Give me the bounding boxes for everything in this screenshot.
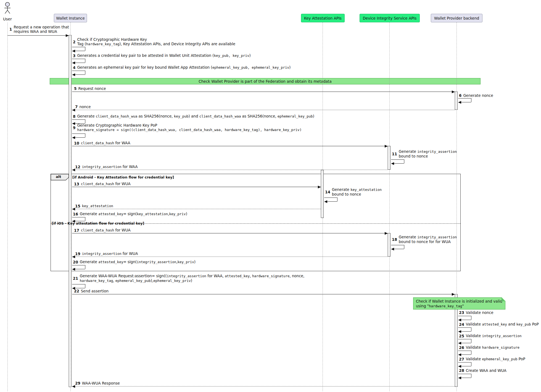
message-number: 8: [73, 114, 75, 119]
message-6-arrowhead: [458, 101, 461, 104]
message-14-loop-side: [337, 198, 337, 201]
message-10-text: 10client_data_hash for WAA: [74, 141, 130, 145]
message-16: 16Generate attested_key= sign(key_attest…: [0, 0, 541, 392]
message-24-loop-top: [458, 327, 471, 328]
message-28-text: 28Create WAA and WUA: [459, 368, 506, 373]
message-29-line: [72, 386, 455, 386]
message-number: 20: [73, 260, 78, 264]
message-label: WAA-WUA Response: [82, 381, 120, 385]
lifelines: [0, 0, 541, 392]
message-2-loop-side: [85, 47, 85, 51]
message-14-text: 14Generate key_attestationbound to nonce: [325, 187, 382, 196]
message-number: 15: [75, 204, 80, 208]
message-25-arrowhead: [458, 342, 461, 345]
message-18: 18Generate integrity_assertionbound to n…: [0, 0, 541, 392]
message-26-arrowhead: [458, 353, 461, 356]
message-label: Generate nonce: [463, 93, 493, 98]
wallet-validation-note: Check if Wallet Instance is initialized …: [413, 297, 505, 310]
message-28-loop-side: [471, 374, 471, 378]
participant-wallet-instance: Wallet Instance: [54, 14, 87, 22]
message-4-text: 4Generates an ephemeral key pair for key…: [73, 65, 291, 70]
participant-key-attestation-apis: Key Attestation APIs: [301, 14, 345, 22]
message-number: 22: [74, 289, 79, 293]
message-number: 23: [459, 310, 464, 315]
message-27-text: 27Validate ephemeral_key_pub PoP: [459, 357, 525, 361]
message-label: Create WAA and WUA: [466, 368, 506, 373]
participant-device-integrity-apis: Device Integrity Service APIs: [360, 14, 420, 22]
message-9-arrowhead: [72, 136, 75, 139]
message-11-loop-top: [391, 159, 404, 160]
message-13-line: [72, 187, 321, 187]
message-2-text: 2Check if Cryptographic Hardware KeyTag …: [73, 37, 235, 46]
message-27-loop-bottom: [461, 366, 471, 366]
message-23-loop-side: [471, 316, 471, 320]
message-label: Generate integrity_assertionbound to non…: [399, 235, 457, 244]
message-28-loop-bottom: [461, 378, 471, 378]
alt-frame-label: alt: [56, 175, 61, 179]
message-label: Send assertion: [81, 289, 109, 293]
message-7-line: [72, 110, 455, 110]
message-29-text: 29WAA-WUA Response: [75, 381, 120, 385]
message-7-text: 7nonce: [75, 105, 91, 109]
participant-wallet-provider-backend-label: Wallet Provider backend: [434, 16, 479, 20]
message-number: 28: [459, 368, 464, 373]
message-number: 1: [9, 27, 12, 31]
message-9-loop-side: [85, 134, 85, 137]
message-21-text: 21Generate WAA-WUA Request:assertion= si…: [73, 274, 304, 283]
message-14-arrowhead: [324, 200, 327, 203]
message-label: client_data_hash for WUA: [81, 228, 131, 233]
message-19-text: 19integrity_assertion for WUA: [75, 251, 138, 256]
alt-guard-android: [if Android - Key Attestation flow for c…: [72, 175, 174, 179]
message-number: 7: [75, 105, 78, 109]
message-label: Generate client_data_hash_wua as SHA256(…: [77, 114, 314, 119]
message-number: 16: [73, 212, 78, 216]
message-8-loop-bottom: [75, 123, 85, 124]
message-8-loop-side: [85, 119, 85, 123]
message-7: 7nonce: [0, 0, 541, 392]
message-4-loop-bottom: [75, 74, 85, 75]
message-number: 13: [74, 182, 79, 186]
message-27-loop-side: [471, 362, 471, 366]
message-number: 29: [75, 381, 80, 385]
message-13: 13client_data_hash for WUA: [0, 0, 541, 392]
message-13-text: 13client_data_hash for WUA: [74, 182, 131, 186]
sequence-diagram: User Wallet Instance Key Attestation API…: [0, 0, 541, 392]
message-26: 26Validate hardware_signature: [0, 0, 541, 392]
message-4-arrowhead: [72, 73, 75, 76]
message-6-loop-top: [458, 98, 471, 98]
message-number: 6: [459, 93, 461, 98]
message-16-text: 16Generate attested_key= sign(key_attest…: [73, 212, 187, 216]
message-23-text: 23Validate nonce: [459, 310, 494, 315]
message-25-text: 25Validate integrity_assertion: [459, 334, 522, 338]
message-10-line: [72, 146, 388, 146]
message-label: Request a new operation thatrequires WAA…: [14, 25, 69, 34]
message-25: 25Validate integrity_assertion: [0, 0, 541, 392]
message-5-text: 5Request nonce: [74, 86, 106, 91]
message-23-loop-bottom: [461, 320, 471, 320]
message-6-text: 6Generate nonce: [459, 93, 493, 98]
message-14: 14Generate key_attestationbound to nonce: [0, 0, 541, 392]
message-19: 19integrity_assertion for WUA: [0, 0, 541, 392]
message-20-loop-side: [85, 265, 85, 269]
message-12-line: [72, 170, 388, 170]
message-20-loop-top: [72, 265, 85, 265]
message-number: 19: [75, 252, 80, 256]
message-17-arrowhead: [385, 232, 388, 235]
message-4-loop-side: [85, 71, 85, 74]
message-21: 21Generate WAA-WUA Request:assertion= si…: [0, 0, 541, 392]
message-label: integrity_assertion for WAA: [82, 164, 138, 169]
message-20: 20Generate attested_key= sign(integrity_…: [0, 0, 541, 392]
participant-wallet-instance-label: Wallet Instance: [56, 16, 85, 20]
message-5-line: [72, 92, 455, 92]
lifeline-user: [7, 23, 8, 391]
message-29: 29WAA-WUA Response: [0, 0, 541, 392]
message-8-arrowhead: [72, 122, 75, 125]
message-22: 22Send assertion: [0, 0, 541, 392]
participant-wallet-provider-backend: Wallet Provider backend: [431, 14, 482, 22]
message-14-loop-top: [324, 198, 337, 198]
message-26-loop-bottom: [461, 354, 471, 355]
message-27-loop-top: [458, 362, 471, 362]
message-label: Check if Cryptographic Hardware KeyTag (…: [77, 37, 235, 46]
message-9: 9Generate Cryptographic Hardware Key PoP…: [0, 0, 541, 392]
message-label: key_attestation: [82, 204, 113, 208]
